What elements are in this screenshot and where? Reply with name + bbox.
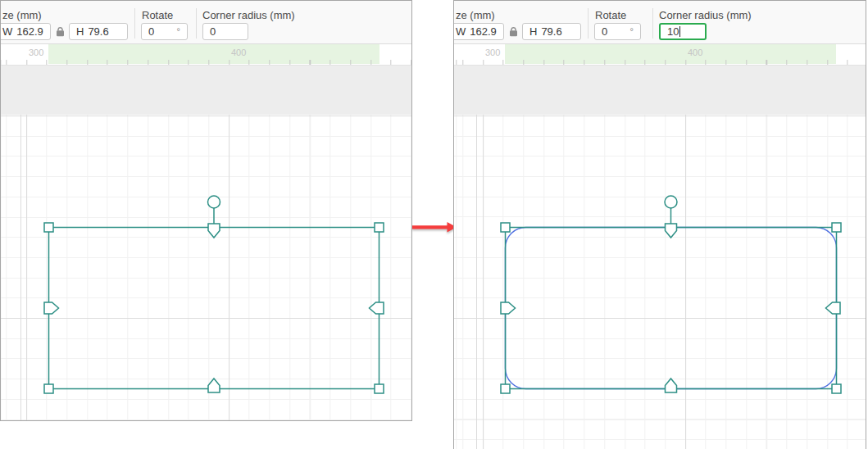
toolbar-divider	[196, 8, 197, 39]
rotate-input[interactable]: 0 °	[141, 23, 188, 40]
corner-radius-input[interactable]: 0	[202, 23, 248, 40]
corner-radius-value: 0	[210, 25, 216, 38]
ruler-ticks	[1, 60, 411, 65]
rotate-label: Rotate	[142, 9, 173, 21]
workspace-margin	[1, 66, 411, 115]
height-input[interactable]: H 79.6	[522, 23, 581, 40]
degree-symbol: °	[177, 26, 180, 36]
ruler-tick-label: 300	[485, 48, 500, 57]
toolbar-divider	[588, 8, 589, 39]
corner-radius-label: Corner radius (mm)	[659, 9, 752, 21]
properties-toolbar: ze (mm) W 162.9 H 79.6 Rotate 0 ° Corner…	[1, 1, 411, 44]
ruler-ticks	[454, 60, 866, 65]
text-caret	[679, 26, 680, 37]
width-input[interactable]: W 162.9	[0, 23, 51, 40]
width-input[interactable]: W 162.9	[453, 23, 504, 40]
design-canvas[interactable]	[1, 115, 411, 420]
corner-radius-input[interactable]: 10	[659, 23, 707, 40]
editor-panel-after: ze (mm) W 162.9 H 79.6 Rotate 0 ° Corner…	[453, 0, 866, 449]
before-after-comparison: ze (mm) W 162.9 H 79.6 Rotate 0 ° Corner…	[0, 0, 868, 449]
height-input[interactable]: H 79.6	[69, 23, 128, 40]
height-prefix: H	[76, 25, 84, 38]
width-prefix: W	[2, 25, 12, 38]
corner-radius-label: Corner radius (mm)	[202, 9, 295, 21]
corner-radius-value: 10	[667, 25, 679, 38]
red-arrow-right-icon	[411, 220, 457, 234]
height-value: 79.6	[541, 25, 561, 38]
workspace-margin	[454, 66, 866, 115]
rotate-label: Rotate	[595, 9, 626, 21]
size-label: ze (mm)	[2, 9, 42, 21]
lock-closed-icon[interactable]	[509, 25, 518, 37]
rotate-value: 0	[148, 25, 154, 38]
width-value: 162.9	[470, 25, 497, 38]
height-value: 79.6	[88, 25, 108, 38]
lock-closed-icon[interactable]	[56, 25, 65, 37]
ruler-tick-label: 300	[29, 48, 43, 57]
width-value: 162.9	[16, 25, 43, 38]
horizontal-ruler: 300 400	[454, 44, 866, 66]
ruler-tick-label: 400	[231, 48, 246, 57]
height-prefix: H	[529, 25, 537, 38]
degree-symbol: °	[630, 26, 634, 36]
ruler-tick-label: 400	[688, 48, 702, 57]
design-canvas[interactable]	[454, 115, 866, 449]
width-prefix: W	[456, 25, 466, 38]
toolbar-divider	[652, 8, 653, 39]
editor-panel-before: ze (mm) W 162.9 H 79.6 Rotate 0 ° Corner…	[0, 0, 412, 421]
horizontal-ruler: 300 400	[1, 44, 411, 66]
toolbar-divider	[134, 8, 135, 39]
rotate-input[interactable]: 0 °	[594, 23, 641, 40]
rotate-value: 0	[602, 25, 607, 38]
size-label: ze (mm)	[456, 9, 495, 21]
properties-toolbar: ze (mm) W 162.9 H 79.6 Rotate 0 ° Corner…	[454, 1, 866, 44]
